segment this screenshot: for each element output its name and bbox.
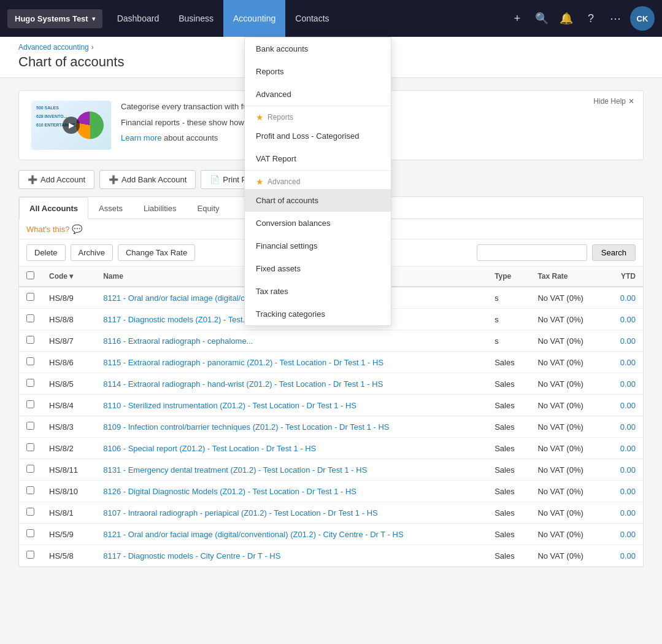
whats-this-link[interactable]: What's this? bbox=[26, 225, 69, 234]
row-code-10: HS/8/1 bbox=[42, 502, 96, 524]
hide-help-button[interactable]: Hide Help ✕ bbox=[593, 97, 634, 106]
financial-settings-label: Financial settings bbox=[256, 241, 317, 250]
chart-of-accounts-menu-label: Chart of accounts bbox=[256, 196, 318, 205]
row-name-link-8[interactable]: 8131 - Emergency dental treatment (Z01.2… bbox=[103, 465, 367, 475]
row-type-9: Sales bbox=[487, 481, 530, 502]
tab-liabilities[interactable]: Liabilities bbox=[133, 197, 187, 219]
nav-business[interactable]: Business bbox=[169, 0, 223, 37]
row-code-8: HS/8/11 bbox=[42, 459, 96, 481]
row-checkbox-6[interactable] bbox=[26, 422, 34, 430]
search-icon-button[interactable]: 🔍 bbox=[529, 6, 554, 31]
archive-button[interactable]: Archive bbox=[71, 244, 113, 261]
add-icon-button[interactable]: + bbox=[505, 6, 529, 31]
brand-name: Hugo Systems Test bbox=[15, 14, 88, 23]
tax-rates-label: Tax rates bbox=[256, 287, 288, 296]
row-name-link-5[interactable]: 8110 - Sterilized instrumentation (Z01.2… bbox=[103, 401, 356, 410]
row-type-8: Sales bbox=[487, 459, 530, 481]
row-checkbox-5[interactable] bbox=[26, 400, 34, 408]
menu-item-fixed-assets[interactable]: Fixed assets bbox=[245, 257, 391, 280]
menu-item-advanced[interactable]: Advanced bbox=[245, 83, 391, 106]
row-name-4: 8114 - Extraoral radiograph - hand-wrist… bbox=[96, 373, 487, 395]
row-checkbox-0[interactable] bbox=[26, 293, 34, 301]
menu-item-profit-loss[interactable]: Profit and Loss - Categorised bbox=[245, 125, 391, 147]
row-code-0: HS/8/9 bbox=[42, 287, 96, 309]
reports-star-icon: ★ bbox=[256, 112, 264, 122]
row-checkbox-4[interactable] bbox=[26, 379, 34, 387]
row-name-link-3[interactable]: 8115 - Extraoral radiograph - panoramic … bbox=[103, 358, 383, 367]
table-row: HS/8/11 8131 - Emergency dental treatmen… bbox=[19, 459, 643, 481]
row-checkbox-11[interactable] bbox=[26, 529, 34, 537]
play-button-icon[interactable]: ▶ bbox=[63, 117, 80, 134]
top-navigation: Hugo Systems Test ▾ Dashboard Business A… bbox=[0, 0, 662, 37]
search-input[interactable] bbox=[477, 244, 587, 261]
select-all-checkbox[interactable] bbox=[26, 271, 34, 279]
notifications-icon-button[interactable]: 🔔 bbox=[554, 6, 579, 31]
code-column-header[interactable]: Code ▾ bbox=[42, 266, 96, 287]
tab-assets[interactable]: Assets bbox=[88, 197, 133, 219]
row-checkbox-3[interactable] bbox=[26, 357, 34, 365]
row-checkbox-9[interactable] bbox=[26, 486, 34, 494]
row-name-link-11[interactable]: 8121 - Oral and/or facial image (digital… bbox=[103, 530, 403, 539]
table-row: HS/8/6 8115 - Extraoral radiograph - pan… bbox=[19, 352, 643, 373]
row-name-link-2[interactable]: 8116 - Extraoral radiograph - cephalome.… bbox=[103, 336, 253, 346]
row-name-11: 8121 - Oral and/or facial image (digital… bbox=[96, 524, 487, 545]
add-bank-account-label: Add Bank Account bbox=[121, 175, 187, 184]
nav-dashboard[interactable]: Dashboard bbox=[107, 0, 169, 37]
row-type-5: Sales bbox=[487, 395, 530, 416]
row-type-6: Sales bbox=[487, 416, 530, 438]
menu-item-chart-of-accounts[interactable]: Chart of accounts bbox=[245, 189, 391, 212]
row-checkbox-8[interactable] bbox=[26, 465, 34, 473]
delete-button[interactable]: Delete bbox=[26, 244, 66, 261]
menu-item-financial-settings[interactable]: Financial settings bbox=[245, 235, 391, 257]
tab-all-accounts[interactable]: All Accounts bbox=[19, 197, 88, 219]
menu-item-bank-accounts[interactable]: Bank accounts bbox=[245, 37, 391, 60]
learn-more-link[interactable]: Learn more bbox=[121, 133, 161, 142]
add-bank-plus-icon: ➕ bbox=[109, 175, 118, 184]
change-tax-rate-button[interactable]: Change Tax Rate bbox=[118, 244, 195, 261]
menu-item-vat-report[interactable]: VAT Report bbox=[245, 147, 391, 170]
hide-help-label: Hide Help bbox=[593, 97, 626, 106]
brand-button[interactable]: Hugo Systems Test ▾ bbox=[7, 9, 102, 28]
breadcrumb-parent[interactable]: Advanced accounting bbox=[18, 43, 89, 52]
row-checkbox-12[interactable] bbox=[26, 551, 34, 559]
add-account-plus-icon: ➕ bbox=[28, 175, 37, 184]
row-ytd-10: 0.00 bbox=[606, 502, 643, 524]
row-checkbox-10[interactable] bbox=[26, 508, 34, 516]
table-row: HS/5/8 8117 - Diagnostic models - City C… bbox=[19, 545, 643, 567]
menu-item-tax-rates[interactable]: Tax rates bbox=[245, 280, 391, 303]
row-type-1: s bbox=[487, 309, 530, 330]
row-name-5: 8110 - Sterilized instrumentation (Z01.2… bbox=[96, 395, 487, 416]
table-row: HS/8/3 8109 - Infection control/barrier … bbox=[19, 416, 643, 438]
row-name-link-4[interactable]: 8114 - Extraoral radiograph - hand-wrist… bbox=[103, 379, 383, 389]
nav-accounting[interactable]: Accounting bbox=[223, 0, 285, 37]
menu-item-reports[interactable]: Reports bbox=[245, 60, 391, 83]
menu-item-conversion-balances[interactable]: Conversion balances bbox=[245, 212, 391, 235]
row-name-link-12[interactable]: 8117 - Diagnostic models - City Centre -… bbox=[103, 551, 280, 561]
table-row: HS/8/5 8114 - Extraoral radiograph - han… bbox=[19, 373, 643, 395]
add-account-button[interactable]: ➕ Add Account bbox=[18, 170, 94, 189]
row-tax-rate-10: No VAT (0%) bbox=[530, 502, 605, 524]
search-button[interactable]: Search bbox=[592, 244, 636, 261]
row-name-link-1[interactable]: 8117 - Diagnostic models (Z01.2) - Test.… bbox=[103, 315, 249, 324]
menu-item-tracking-categories[interactable]: Tracking categories bbox=[245, 303, 391, 325]
row-type-10: Sales bbox=[487, 502, 530, 524]
row-ytd-9: 0.00 bbox=[606, 481, 643, 502]
row-code-3: HS/8/6 bbox=[42, 352, 96, 373]
row-name-link-9[interactable]: 8126 - Digital Diagnostic Models (Z01.2)… bbox=[103, 487, 356, 496]
add-bank-account-button[interactable]: ➕ Add Bank Account bbox=[99, 170, 196, 189]
nav-contacts[interactable]: Contacts bbox=[285, 0, 339, 37]
row-name-link-6[interactable]: 8109 - Infection control/barrier techniq… bbox=[103, 422, 389, 432]
avatar-button[interactable]: CK bbox=[630, 6, 655, 31]
row-tax-rate-0: No VAT (0%) bbox=[530, 287, 605, 309]
row-name-8: 8131 - Emergency dental treatment (Z01.2… bbox=[96, 459, 487, 481]
help-icon-button[interactable]: ? bbox=[579, 6, 603, 31]
row-type-11: Sales bbox=[487, 524, 530, 545]
row-checkbox-1[interactable] bbox=[26, 314, 34, 322]
tab-equity[interactable]: Equity bbox=[187, 197, 229, 219]
row-checkbox-7[interactable] bbox=[26, 443, 34, 451]
apps-icon-button[interactable]: ⋯ bbox=[603, 6, 628, 31]
row-ytd-2: 0.00 bbox=[606, 330, 643, 352]
row-checkbox-2[interactable] bbox=[26, 336, 34, 344]
row-name-link-10[interactable]: 8107 - Intraoral radiograph - periapical… bbox=[103, 508, 378, 518]
row-name-link-7[interactable]: 8106 - Special report (Z01.2) - Test Loc… bbox=[103, 444, 316, 453]
